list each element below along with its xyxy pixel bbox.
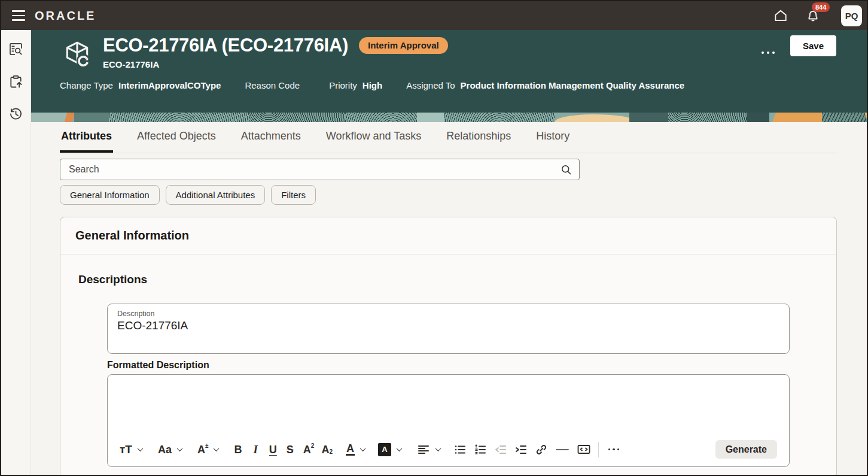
chevron-down-icon [435,445,441,451]
strikethrough-button[interactable]: S [287,443,294,456]
header-metadata: Change Type InterimApprovalCOType Reason… [60,80,684,90]
subscript-button[interactable]: A2 [321,443,333,456]
indent-icon[interactable] [514,443,528,456]
description-field[interactable]: Description ECO-21776IA [107,304,790,354]
oracle-logo: ORACLE [35,9,96,23]
chevron-down-icon [360,445,366,451]
tab-bar: Attributes Affected Objects Attachments … [60,122,837,153]
tab-attributes[interactable]: Attributes [60,128,113,153]
meta-assigned-to: Assigned To Product Information Manageme… [406,80,684,90]
home-icon[interactable] [772,7,790,25]
tab-history[interactable]: History [535,128,571,153]
chevron-down-icon [176,445,182,451]
formatted-description-label: Formatted Description [107,360,836,371]
card-title: General Information [75,229,189,242]
left-icon-rail [1,30,31,475]
text-style-dropdown[interactable]: ᴛT [120,443,142,456]
banner-artwork [31,113,867,122]
horizontal-rule-icon[interactable] [555,443,569,456]
more-options-icon[interactable] [606,446,622,453]
embed-media-icon[interactable] [577,443,591,456]
bullet-list-icon[interactable] [453,443,467,456]
italic-button[interactable]: I [251,443,259,456]
description-field-label: Description [117,310,779,318]
meta-priority: Priority High [329,80,382,90]
underline-button[interactable]: U [269,443,277,456]
status-badge: Interim Approval [359,37,448,54]
page-title: ECO-21776IA (ECO-21776IA) [103,31,348,60]
numbered-list-icon[interactable] [474,443,487,456]
more-actions-icon[interactable] [758,48,778,57]
search-input[interactable] [60,159,580,180]
user-avatar[interactable]: PQ [841,5,862,26]
descriptions-section-title: Descriptions [78,273,836,286]
chevron-down-icon [137,445,143,451]
notification-count-badge: 844 [812,2,830,12]
font-family-dropdown[interactable]: Aa [158,443,182,456]
generate-button[interactable]: Generate [715,440,777,459]
chevron-down-icon [214,445,220,451]
text-color-button[interactable]: A [346,443,365,456]
tab-workflow-and-tasks[interactable]: Workflow and Tasks [325,128,422,153]
magnifier-icon[interactable] [560,163,572,178]
menu-icon[interactable] [1,1,26,30]
chip-general-information[interactable]: General Information [60,185,160,205]
history-icon[interactable] [7,104,26,123]
tab-affected-objects[interactable]: Affected Objects [136,128,217,153]
superscript-button[interactable]: A2 [303,443,315,456]
general-information-card: General Information Descriptions Descrip… [60,217,837,475]
rich-text-editor-content[interactable] [108,375,789,440]
meta-reason-code: Reason Code [245,80,305,90]
chevron-down-icon [397,445,403,451]
font-size-dropdown[interactable]: A± [197,443,219,456]
object-header-banner: ECO-21776IA (ECO-21776IA) Interim Approv… [31,30,867,113]
chip-additional-attributes[interactable]: Additional Attributes [166,185,266,205]
top-app-bar: ORACLE 844 PQ [1,1,867,30]
clipboard-upload-icon[interactable] [7,72,26,91]
main-content: Attributes Affected Objects Attachments … [31,122,867,475]
outdent-icon[interactable] [494,443,507,456]
description-field-value: ECO-21776IA [117,319,779,332]
eco-cube-icon [62,40,92,72]
meta-change-type: Change Type InterimApprovalCOType [60,80,221,90]
page-subtitle: ECO-21776IA [103,59,159,69]
notifications-button[interactable]: 844 [804,7,822,25]
page-search-icon[interactable] [7,40,26,59]
chip-filters[interactable]: Filters [271,185,316,205]
tab-relationships[interactable]: Relationships [445,128,512,153]
filter-chip-row: General Information Additional Attribute… [60,185,867,205]
save-button[interactable]: Save [790,35,836,56]
search-bar [60,159,580,180]
link-icon[interactable] [535,443,548,456]
toolbar-divider [598,442,599,457]
bold-button[interactable]: B [234,443,242,456]
tab-attachments[interactable]: Attachments [240,128,302,153]
rich-text-editor: ᴛT Aa A± B I U [107,374,790,467]
highlight-color-button[interactable]: A [378,443,401,456]
card-header: General Information [60,217,836,254]
align-dropdown[interactable] [417,443,440,456]
rich-text-toolbar: ᴛT Aa A± B I U [108,440,789,466]
